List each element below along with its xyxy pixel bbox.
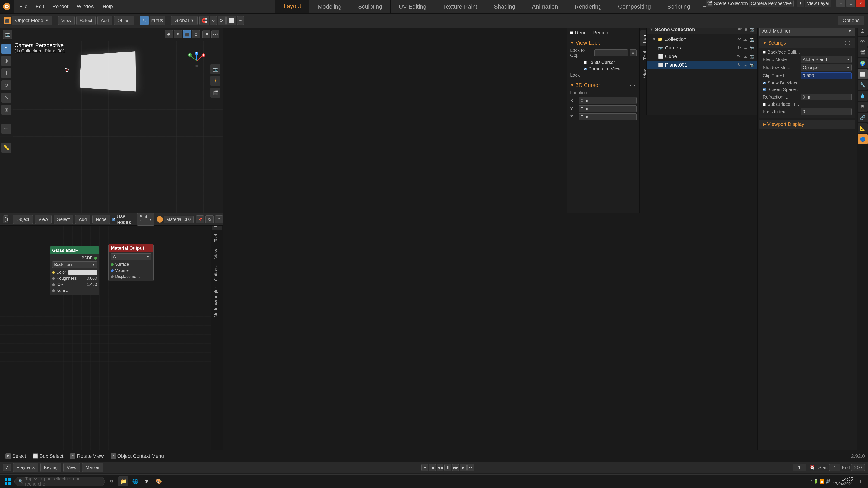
move-tool-btn[interactable]: ✛ xyxy=(1,68,11,78)
cursor-3d-options[interactable]: ⋮⋮ xyxy=(628,83,637,88)
camera-to-view-cb[interactable] xyxy=(584,68,587,70)
menu-render[interactable]: Render xyxy=(49,3,72,10)
taskbar-blender[interactable]: 🎨 xyxy=(154,477,164,486)
taskbar-file-explorer[interactable]: 📁 xyxy=(119,477,128,486)
rotate-tool-btn[interactable]: ↻ xyxy=(1,80,11,90)
maximize-button[interactable]: □ xyxy=(846,0,855,7)
playback-btn[interactable]: Playback xyxy=(13,463,38,472)
refraction-val[interactable]: 0 m xyxy=(801,94,852,100)
props-tab-world[interactable]: 🌍 xyxy=(858,58,868,68)
props-tab-object[interactable]: ⬜ xyxy=(858,69,868,79)
play-back[interactable]: ◀◀ xyxy=(437,464,443,471)
tab-modeling[interactable]: Modeling xyxy=(309,0,350,13)
menu-edit[interactable]: Edit xyxy=(32,3,48,10)
proportional-btn[interactable]: ~ xyxy=(237,16,244,25)
pin-btn[interactable]: 📌 xyxy=(196,215,204,223)
task-view[interactable]: ⧉ xyxy=(107,477,117,486)
step-back[interactable]: ◀ xyxy=(429,464,436,471)
normal-input-dot[interactable] xyxy=(52,289,55,292)
current-frame[interactable]: 1 xyxy=(793,464,806,471)
tab-compositing[interactable]: Compositing xyxy=(610,0,659,13)
material-selector[interactable]: Material.002 xyxy=(164,216,194,223)
play-pause[interactable]: ⏸ xyxy=(444,464,451,471)
slot-selector[interactable]: Slot 1 ▼ xyxy=(137,213,154,226)
color-input-dot[interactable] xyxy=(52,271,55,274)
vp-walk-btn[interactable]: 🚶 xyxy=(211,76,220,86)
menu-help[interactable]: Help xyxy=(99,3,116,10)
screen-space-cb[interactable] xyxy=(763,88,766,91)
vp-camera-btn[interactable]: 📷 xyxy=(211,64,220,74)
viewport-overlay[interactable]: 👁 xyxy=(202,30,211,38)
shadow-mode-val[interactable]: Opaque ▼ xyxy=(801,64,852,71)
bsdf-output-dot[interactable] xyxy=(94,257,97,260)
props-tab-view-layer[interactable]: 👁 xyxy=(858,37,868,46)
outliner-item-cube[interactable]: ⬜ Cube 👁☁📷 xyxy=(647,52,757,61)
tab-sculpting[interactable]: Sculpting xyxy=(350,0,391,13)
ne-options-tab[interactable]: Options xyxy=(212,263,222,284)
props-tab-particles[interactable]: 💧 xyxy=(858,91,868,101)
use-nodes-checkbox[interactable] xyxy=(112,217,115,222)
cursor-tool-btn[interactable]: ⊕ xyxy=(1,56,11,66)
status-context-menu[interactable]: 🖱 Object Context Menu xyxy=(108,452,166,460)
mode-dropdown[interactable]: Object Mode ▼ xyxy=(12,16,52,25)
viewport-shade-solid[interactable]: ◉ xyxy=(165,30,173,38)
jump-to-start[interactable]: ⏮ xyxy=(421,464,428,471)
render-region-cb[interactable] xyxy=(570,31,573,34)
end-frame[interactable]: 250 xyxy=(851,464,865,471)
minimize-button[interactable]: − xyxy=(836,0,845,7)
snap-btn[interactable]: 🧲 xyxy=(199,16,209,25)
displacement-dot[interactable] xyxy=(111,275,114,278)
node-editor-type-icon[interactable]: ⬡ xyxy=(3,215,8,223)
blender-logo[interactable] xyxy=(0,0,13,13)
props-tab-modifiers[interactable]: 🔧 xyxy=(858,80,868,90)
status-rotate-view[interactable]: ↻ Rotate View xyxy=(68,452,106,460)
view-layer-selector[interactable]: View Layer xyxy=(805,0,831,7)
menu-file[interactable]: File xyxy=(16,3,31,10)
lock-to-obj-input[interactable] xyxy=(594,50,628,56)
ne-object-btn[interactable]: Object xyxy=(13,215,33,224)
scene-selector[interactable]: Camera Perspective xyxy=(749,0,794,7)
node-glass-bsdf[interactable]: Glass BSDF BSDF Beckmann ▼ Color xyxy=(50,246,99,295)
viewport-3d[interactable]: 📷 ◉ ◎ ⬛ ⬡ 👁 XYZ Camera Perspective (1) C… xyxy=(0,28,223,213)
viewport-shade-rendered[interactable]: ⬛ xyxy=(183,30,191,38)
props-tab-constraints[interactable]: 🔗 xyxy=(858,112,868,123)
tab-shading[interactable]: Shading xyxy=(486,0,524,13)
tab-scripting[interactable]: Scripting xyxy=(659,0,699,13)
options-button[interactable]: Options xyxy=(838,16,864,25)
node-area-bg[interactable]: Glass BSDF BSDF Beckmann ▼ Color xyxy=(0,226,223,462)
settings-options[interactable]: ⋮⋮ xyxy=(844,40,852,45)
viewport-shade-wireframe[interactable]: ⬡ xyxy=(192,30,200,38)
ne-node-btn[interactable]: Node xyxy=(92,215,110,224)
vp-render-btn[interactable]: 🎬 xyxy=(211,88,220,98)
viewport-gizmo[interactable]: XYZ xyxy=(211,30,219,38)
color-swatch[interactable] xyxy=(68,270,97,274)
tab-uv-editing[interactable]: UV Editing xyxy=(391,0,435,13)
step-forward[interactable]: ▶ xyxy=(460,464,467,471)
scale-tool-btn[interactable]: ⤡ xyxy=(1,93,11,103)
volume-dot[interactable] xyxy=(111,269,114,272)
ne-select-btn[interactable]: Select xyxy=(54,215,73,224)
display-mode[interactable]: ⟳ xyxy=(218,16,225,25)
play-forward[interactable]: ▶▶ xyxy=(452,464,459,471)
all-dropdown[interactable]: All ▼ xyxy=(111,254,151,260)
pass-index-val[interactable]: 0 xyxy=(801,108,852,115)
outliner-item-plane[interactable]: ⬜ Plane.001 👁☁📷 xyxy=(647,61,757,69)
view-lock-header[interactable]: ▼ View Lock xyxy=(570,39,637,46)
taskbar-chrome[interactable]: 🌐 xyxy=(130,477,140,486)
taskbar-store[interactable]: 🛍 xyxy=(142,477,152,486)
settings-header[interactable]: ▼ Settings ⋮⋮ xyxy=(760,38,855,48)
menu-window[interactable]: Window xyxy=(73,3,98,10)
timeline-view-btn[interactable]: View xyxy=(63,463,80,472)
outliner-item-camera[interactable]: 📷 Camera 👁☁📷 xyxy=(647,43,757,52)
cursor-z-val[interactable]: 0 m xyxy=(579,113,637,120)
tab-rendering[interactable]: Rendering xyxy=(566,0,610,13)
tab-texture-paint[interactable]: Texture Paint xyxy=(435,0,486,13)
ior-input-dot[interactable] xyxy=(52,283,55,286)
status-box-select[interactable]: ⬜ Box Select xyxy=(31,452,66,460)
to-3d-cursor-cb[interactable] xyxy=(584,61,587,64)
prop-edit-btn[interactable]: ○ xyxy=(210,16,217,25)
outliner-item-collection[interactable]: ▼ 📁 Collection 👁☁📷 xyxy=(647,35,757,43)
cursor-3d-header[interactable]: ▼ 3D Cursor ⋮⋮ xyxy=(570,82,637,88)
ne-view-tab[interactable]: View xyxy=(212,246,222,261)
ne-tool-tab[interactable]: Tool xyxy=(212,231,222,245)
